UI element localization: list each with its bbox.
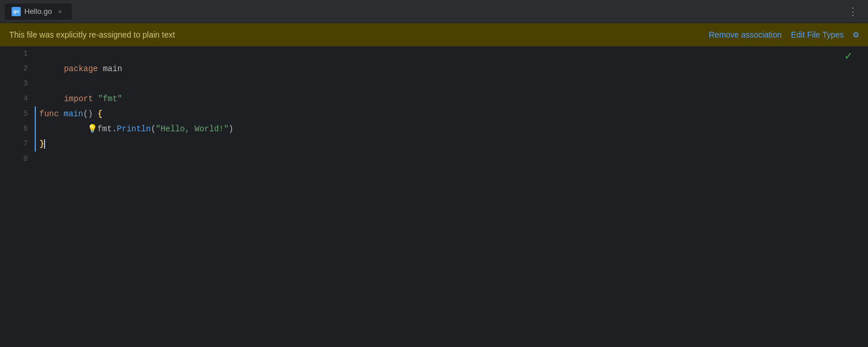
keyword-import: import — [64, 94, 93, 104]
brace-close: } — [39, 136, 44, 152]
code-line-3: import "fmt" — [35, 76, 861, 91]
file-icon: go — [12, 7, 21, 16]
bulb-icon: 💡 — [87, 124, 97, 134]
more-options-button[interactable]: ⋮ — [843, 3, 863, 20]
line-number-7: 7 — [0, 136, 28, 152]
editor-checkmark: ✓ — [845, 49, 852, 63]
line-number-gutter: 1 2 3 4 5 6 7 8 — [0, 46, 35, 347]
scope-indicator-7 — [35, 136, 36, 152]
edit-file-types-link[interactable]: Edit File Types — [791, 30, 844, 39]
import-string: "fmt" — [98, 94, 122, 104]
scrollbar[interactable] — [861, 46, 868, 347]
code-line-8 — [35, 152, 861, 167]
keyword-package: package — [64, 64, 98, 73]
notification-message: This file was explicitly re-assigned to … — [9, 30, 175, 39]
scope-indicator-6 — [35, 121, 36, 136]
tab-bar: go Hello.go × ⋮ — [0, 0, 868, 23]
settings-gear-icon[interactable]: ⚙ — [853, 29, 859, 40]
method-println: Println — [117, 124, 151, 134]
code-line-6: 💡fmt.Println("Hello, World!") — [35, 121, 861, 136]
notification-bar: This file was explicitly re-assigned to … — [0, 23, 868, 46]
tab-bar-right: ⋮ — [843, 3, 863, 20]
notification-actions: Remove association Edit File Types ⚙ — [709, 29, 859, 40]
tab-close-button[interactable]: × — [56, 7, 65, 16]
text-cursor — [44, 139, 45, 149]
line-number-3: 3 — [0, 76, 28, 91]
line-number-4: 4 — [0, 91, 28, 106]
line-number-5: 5 — [0, 106, 28, 121]
tab-list: go Hello.go × — [5, 3, 72, 20]
tab-filename: Hello.go — [24, 7, 52, 16]
line-number-1: 1 — [0, 46, 28, 61]
remove-association-link[interactable]: Remove association — [709, 30, 782, 39]
line-number-2: 2 — [0, 61, 28, 76]
code-line-2 — [35, 61, 861, 76]
string-arg: "Hello, World!" — [156, 124, 229, 134]
file-icon-text: go — [13, 9, 19, 14]
code-line-1: package main — [35, 46, 861, 61]
code-editor[interactable]: ✓ package main import "fmt" func main() … — [35, 46, 861, 347]
editor-area: 1 2 3 4 5 6 7 8 ✓ package main import "f… — [0, 46, 868, 347]
line-number-6: 6 — [0, 121, 28, 136]
line-number-8: 8 — [0, 152, 28, 167]
code-line-4 — [35, 91, 861, 106]
tab-hello-go[interactable]: go Hello.go × — [5, 3, 72, 20]
scope-indicator-5 — [35, 106, 36, 121]
